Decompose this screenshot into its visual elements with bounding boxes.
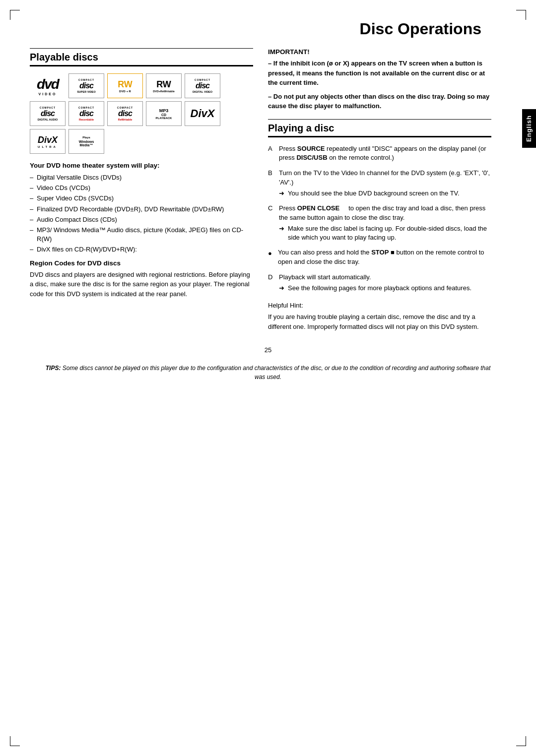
mp3-cd-logo: MP3 CD PLAYBACK	[146, 101, 182, 126]
step-d-letter: D	[268, 273, 277, 293]
bullet-stop-step: ● You can also press and hold the STOP ■…	[268, 248, 491, 267]
list-item: Video CDs (VCDs)	[30, 184, 253, 192]
windows-media-logo: Plays Windows Media™	[68, 129, 104, 154]
step-b-content: Turn on the TV to the Video In channel f…	[279, 169, 491, 198]
divx-logo: DivX	[185, 101, 220, 126]
helpful-hint-box: Helpful Hint: If you are having trouble …	[268, 301, 491, 332]
wm-windows: Windows	[79, 140, 94, 143]
will-play-heading: Your DVD home theater system will play:	[30, 162, 253, 169]
dvd-r-text: RW	[118, 79, 133, 90]
dvd-rw-logo: RW DVD+ReWritable	[146, 73, 182, 98]
cd-r-label: Recordable	[79, 118, 94, 121]
right-column: IMPORTANT! – If the inhibit icon (ø or X…	[268, 48, 506, 331]
mp3-text: MP3	[159, 108, 169, 113]
step-a-content: Press SOURCE repeatedly until "DISC" app…	[279, 144, 491, 163]
wm-plays: Plays	[82, 136, 90, 139]
important-point-2: – Do not put any objects other than disc…	[268, 92, 491, 111]
important-label: IMPORTANT!	[268, 48, 491, 56]
arrow-symbol-d: ➜	[279, 284, 286, 293]
cd-rewritable-logo: COMPACT disc ReWritable	[107, 101, 143, 126]
step-d-content: Playback will start automatically. ➜ See…	[279, 273, 491, 293]
corner-mark-tl	[10, 10, 20, 20]
step-d-arrow: ➜ See the following pages for more playb…	[279, 284, 491, 293]
list-item: Digital Versatile Discs (DVDs)	[30, 173, 253, 182]
source-bold: SOURCE	[297, 145, 325, 152]
cd-rw-label: ReWritable	[118, 118, 133, 121]
cd-digital-audio-logo: COMPACT disc DIGITAL AUDIO	[30, 101, 66, 126]
region-codes-heading: Region Codes for DVD discs	[30, 259, 253, 267]
mp3-cd-text: CD	[161, 113, 166, 117]
list-item: MP3/ Windows Media™ Audio discs, picture…	[30, 226, 253, 244]
page-number: 25	[30, 346, 506, 354]
arrow-symbol-c: ➜	[279, 224, 286, 233]
step-b-arrow: ➜ You should see the blue DVD background…	[279, 189, 491, 198]
divx-ultra-logo: DivX ULTRA	[30, 129, 66, 154]
tips-footer: TIPS: Some discs cannot be played on thi…	[30, 364, 506, 381]
divx-ultra-label: ULTRA	[38, 145, 58, 148]
cd-da-disc: disc	[41, 109, 55, 118]
step-c-content: Press OPEN CLOSE to open the disc tray a…	[279, 204, 491, 242]
step-d: D Playback will start automatically. ➜ S…	[268, 273, 491, 293]
page-title: Disc Operations	[30, 20, 506, 38]
cd-digital-video-logo: COMPACT disc DIGITAL VIDEO	[185, 73, 220, 98]
important-point-1: – If the inhibit icon (ø or X) appears o…	[268, 59, 491, 88]
cd-sv-disc: disc	[79, 81, 93, 90]
disc-logos-area: dvd VIDEO COMPACT disc SUPER VIDEO RW DV…	[30, 73, 253, 154]
dvd-video-label: VIDEO	[39, 92, 57, 96]
step-d-arrow-text: See the following pages for more playbac…	[288, 284, 471, 293]
dvd-r-label: DVD + R	[119, 90, 131, 93]
step-a-letter: A	[268, 144, 277, 163]
main-content: Playable discs dvd VIDEO COMPACT disc SU…	[30, 48, 506, 331]
will-play-list: Digital Versatile Discs (DVDs) Video CDs…	[30, 173, 253, 254]
tips-text: Some discs cannot be played on this play…	[61, 365, 490, 380]
list-item: Audio Compact Discs (CDs)	[30, 215, 253, 224]
list-item-divx: DivX files on CD-R(W)/DVD+R(W):	[30, 245, 253, 254]
step-b: B Turn on the TV to the Video In channel…	[268, 169, 491, 198]
dvd-rw-label: DVD+ReWritable	[153, 90, 174, 93]
cd-sv-label: SUPER VIDEO	[77, 90, 96, 93]
dvd-text: dvd	[37, 76, 59, 92]
cd-super-video-logo: COMPACT disc SUPER VIDEO	[68, 73, 104, 98]
cd-r-disc: disc	[79, 109, 93, 118]
important-box: IMPORTANT! – If the inhibit icon (ø or X…	[268, 48, 491, 111]
english-tab: English	[522, 109, 536, 148]
step-c-arrow: ➜ Make sure the disc label is facing up.…	[279, 224, 491, 242]
helpful-hint-title: Helpful Hint:	[268, 301, 491, 311]
tips-bold: TIPS:	[46, 365, 61, 372]
corner-mark-bl	[10, 736, 20, 746]
dvd-rw-text: RW	[156, 79, 171, 90]
playable-discs-heading: Playable discs	[30, 48, 253, 66]
open-close-bold: OPEN CLOSE	[297, 204, 339, 212]
corner-mark-br	[516, 736, 526, 746]
playing-disc-heading: Playing a disc	[268, 119, 491, 137]
cd-da-label: DIGITAL AUDIO	[38, 118, 58, 121]
cd-dv-label: DIGITAL VIDEO	[193, 90, 212, 93]
cd-rw-disc: disc	[118, 109, 132, 118]
step-b-letter: B	[268, 169, 277, 198]
step-c-arrow-text: Make sure the disc label is facing up. F…	[288, 224, 491, 242]
wm-media: Media™	[80, 143, 93, 147]
dvd-plus-r-logo: RW DVD + R	[107, 73, 143, 98]
divx-ultra-text: DivX	[38, 135, 58, 145]
stop-bold: STOP	[371, 249, 389, 256]
cd-dv-disc: disc	[196, 81, 209, 90]
steps-container: A Press SOURCE repeatedly until "DISC" a…	[268, 144, 491, 293]
bullet-stop-content: You can also press and hold the STOP ■ b…	[278, 248, 491, 267]
step-a: A Press SOURCE repeatedly until "DISC" a…	[268, 144, 491, 163]
step-c-letter: C	[268, 204, 277, 242]
mp3-playback-text: PLAYBACK	[156, 117, 172, 120]
list-item: Super Video CDs (SVCDs)	[30, 194, 253, 203]
dvd-video-logo: dvd VIDEO	[30, 73, 66, 98]
left-column: Playable discs dvd VIDEO COMPACT disc SU…	[30, 48, 253, 331]
step-c: C Press OPEN CLOSE to open the disc tray…	[268, 204, 491, 242]
bullet-symbol: ●	[268, 249, 275, 267]
list-item: Finalized DVD Recordable (DVD±R), DVD Re…	[30, 205, 253, 214]
helpful-hint-text: If you are having trouble playing a cert…	[268, 312, 491, 331]
disc-usb-bold: DISC/USB	[296, 154, 327, 161]
cd-recordable-logo: COMPACT disc Recordable	[68, 101, 104, 126]
arrow-symbol: ➜	[279, 189, 286, 198]
corner-mark-tr	[516, 10, 526, 20]
region-codes-text: DVD discs and players are designed with …	[30, 270, 253, 299]
step-b-arrow-text: You should see the blue DVD background s…	[288, 189, 460, 198]
divx-text: DivX	[191, 107, 215, 120]
